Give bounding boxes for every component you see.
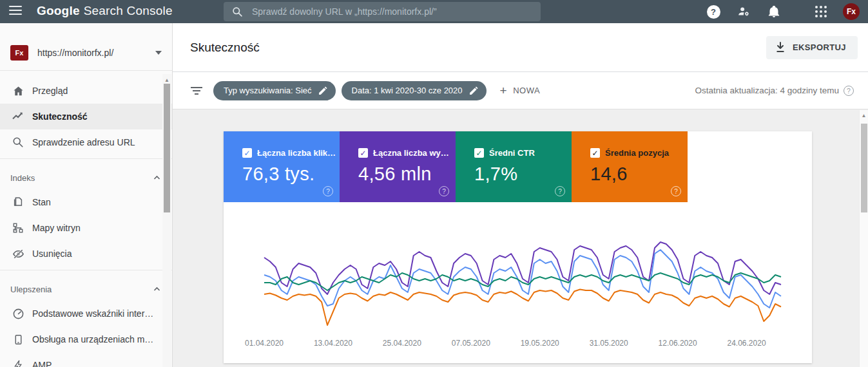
metric-card-ctr[interactable]: ✓ Średni CTR 1,7% ? xyxy=(456,131,572,202)
sidebar-nav: Przegląd Skuteczność Sprawdzenie adresu … xyxy=(0,71,172,367)
x-tick-label: 12.06.2020 xyxy=(659,339,697,348)
filter-bar: Typ wyszukiwania: Sieć Data: 1 kwi 2020-… xyxy=(173,72,868,109)
sidebar-item-przeglad[interactable]: Przegląd xyxy=(0,78,172,104)
avatar[interactable]: Fx xyxy=(843,3,860,20)
new-filter-button[interactable]: + NOWA xyxy=(500,84,541,97)
sidebar-item-label: Skuteczność xyxy=(32,111,88,122)
bell-icon xyxy=(767,5,780,18)
page-title: Skuteczność xyxy=(190,41,260,55)
url-inspection-searchbox[interactable] xyxy=(224,2,541,21)
sidebar-item-stan[interactable]: Stan xyxy=(0,189,172,215)
download-icon xyxy=(775,42,786,53)
apps-grid-button[interactable] xyxy=(813,4,829,19)
performance-icon xyxy=(10,109,26,124)
sidebar-item-core-web-vitals[interactable]: Podstawowe wskaźniki inter… xyxy=(0,301,172,326)
coverage-icon xyxy=(10,194,26,210)
help-outline-icon[interactable]: ? xyxy=(671,186,681,196)
sidebar-item-mobile-usability[interactable]: Obsługa na urządzeniach m… xyxy=(0,326,172,352)
sidebar-item-usuniecia[interactable]: Usunięcia xyxy=(0,241,172,267)
scroll-up-arrow-icon[interactable]: ▲ xyxy=(162,74,171,83)
help-outline-icon[interactable]: ? xyxy=(844,86,854,96)
metric-value: 1,7% xyxy=(474,164,572,185)
section-header-indeks[interactable]: Indeks xyxy=(0,166,172,189)
help-outline-icon[interactable]: ? xyxy=(323,186,333,196)
chevron-up-icon xyxy=(153,287,160,292)
help-outline-icon[interactable]: ? xyxy=(555,186,565,196)
section-header-ulepszenia[interactable]: Ulepszenia xyxy=(0,278,172,301)
metric-card-impressions[interactable]: ✓ Łączna liczba wy… 4,56 mln ? xyxy=(340,131,456,202)
amp-icon xyxy=(10,357,26,367)
series-line-position xyxy=(264,290,781,326)
metric-value: 76,3 tys. xyxy=(242,164,340,185)
sidebar-item-label: Mapy witryn xyxy=(32,223,81,233)
sidebar-item-label: Obsługa na urządzeniach m… xyxy=(32,334,153,344)
filter-chip-label: Data: 1 kwi 2020-30 cze 2020 xyxy=(352,86,463,95)
checkbox-checked-icon[interactable]: ✓ xyxy=(590,148,600,158)
sidebar-item-label: Usunięcia xyxy=(32,249,72,259)
performance-chart-panel: ✓ Łączna liczba klik… 76,3 tys. ? ✓ Łącz… xyxy=(224,131,812,363)
metric-label: Łączna liczba klik… xyxy=(257,148,336,158)
menu-icon[interactable] xyxy=(9,6,22,17)
sidebar: Fx https://monitorfx.pl/ Przegląd Skutec… xyxy=(0,23,173,367)
export-button[interactable]: EKSPORTUJ xyxy=(766,36,858,59)
property-url: https://monitorfx.pl/ xyxy=(37,48,113,58)
chevron-down-icon xyxy=(155,51,162,55)
filter-chip-date-range[interactable]: Data: 1 kwi 2020-30 cze 2020 xyxy=(342,81,487,100)
sitemap-icon xyxy=(10,220,26,236)
search-input[interactable] xyxy=(252,6,541,17)
manage-users-button[interactable] xyxy=(736,4,751,19)
checkbox-checked-icon[interactable]: ✓ xyxy=(474,148,484,158)
x-tick-label: 13.04.2020 xyxy=(314,339,352,348)
metric-card-clicks[interactable]: ✓ Łączna liczba klik… 76,3 tys. ? xyxy=(224,131,340,202)
notifications-button[interactable] xyxy=(766,4,782,19)
section-title: Ulepszenia xyxy=(10,285,52,294)
metric-label: Średnia pozycja xyxy=(605,148,669,158)
scrollbar-thumb[interactable] xyxy=(861,124,867,212)
sidebar-item-label: AMP xyxy=(32,360,52,367)
main-content: Skuteczność EKSPORTUJ Typ wyszukiwania: … xyxy=(173,23,868,367)
help-button[interactable]: ? xyxy=(706,4,721,19)
sidebar-scrollbar: ▲ xyxy=(162,74,171,367)
checkbox-checked-icon[interactable]: ✓ xyxy=(242,148,252,158)
topbar-actions: ? Fx xyxy=(706,0,868,23)
performance-line-chart: 01.04.202013.04.202025.04.202007.05.2020… xyxy=(224,202,812,363)
sidebar-item-sprawdzenie-url[interactable]: Sprawdzenie adresu URL xyxy=(0,129,172,155)
property-favicon: Fx xyxy=(10,45,28,61)
scrollbar-thumb[interactable] xyxy=(164,84,170,212)
chart-canvas xyxy=(224,202,812,363)
sidebar-item-amp[interactable]: AMP xyxy=(0,352,172,367)
export-button-label: EKSPORTUJ xyxy=(793,42,846,52)
scroll-up-arrow-icon[interactable]: ▲ xyxy=(860,110,868,118)
url-inspection-icon xyxy=(10,135,26,150)
search-icon xyxy=(232,6,243,17)
speedometer-icon xyxy=(10,306,26,321)
sidebar-item-mapy-witryn[interactable]: Mapy witryn xyxy=(0,215,172,241)
x-tick-label: 19.05.2020 xyxy=(521,339,559,348)
pencil-icon xyxy=(470,86,478,95)
main-scrollbar: ▲ xyxy=(859,110,868,367)
sidebar-item-label: Przegląd xyxy=(32,86,68,96)
app-title: GoogleSearch Console xyxy=(37,4,173,18)
filter-icon[interactable] xyxy=(191,86,202,95)
sidebar-item-skutecznosc[interactable]: Skuteczność xyxy=(0,104,172,129)
mobile-icon xyxy=(10,332,26,347)
content-area: ✓ Łączna liczba klik… 76,3 tys. ? ✓ Łącz… xyxy=(173,110,868,367)
section-title: Indeks xyxy=(10,173,35,183)
sidebar-item-label: Stan xyxy=(32,197,51,207)
new-filter-label: NOWA xyxy=(513,86,540,95)
apps-grid-icon xyxy=(815,6,827,17)
x-tick-label: 01.04.2020 xyxy=(245,339,284,348)
x-tick-label: 07.05.2020 xyxy=(452,339,490,348)
metric-card-position[interactable]: ✓ Średnia pozycja 14,6 ? xyxy=(572,131,688,202)
sidebar-item-label: Podstawowe wskaźniki inter… xyxy=(32,308,153,319)
help-outline-icon[interactable]: ? xyxy=(439,186,449,196)
divider xyxy=(0,158,172,159)
filter-chip-search-type[interactable]: Typ wyszukiwania: Sieć xyxy=(213,81,336,100)
sidebar-item-label: Sprawdzenie adresu URL xyxy=(32,137,135,147)
metric-value: 14,6 xyxy=(590,164,688,185)
checkbox-checked-icon[interactable]: ✓ xyxy=(358,148,368,158)
brand-google: Google xyxy=(37,4,80,17)
plus-icon: + xyxy=(500,84,508,97)
property-selector[interactable]: Fx https://monitorfx.pl/ xyxy=(0,35,172,71)
home-icon xyxy=(10,83,26,99)
